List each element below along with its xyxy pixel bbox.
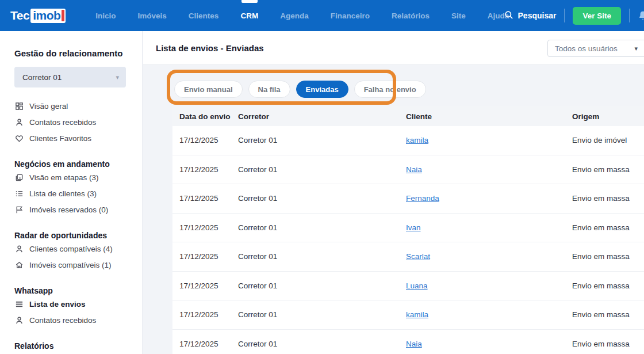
sidebar-group-relatorios: Relatórios: [14, 341, 142, 351]
tab-envio-manual[interactable]: Envio manual: [174, 81, 243, 98]
nav-item-imoveis[interactable]: Imóveis: [138, 0, 167, 31]
client-link[interactable]: Luana: [406, 281, 428, 290]
sidebar-item-lista-de-clientes[interactable]: Lista de clientes (3): [14, 185, 142, 201]
cell-broker: Corretor 01: [238, 194, 406, 203]
flag-icon: [14, 205, 24, 214]
client-link[interactable]: Fernanda: [406, 194, 439, 203]
column-header-client: Cliente: [406, 112, 572, 121]
sidebar-item-imoveis-reservados[interactable]: Imóveis reservados (0): [14, 201, 142, 218]
cell-origin: Envio em massa: [572, 165, 644, 174]
heart-icon: [14, 134, 24, 143]
sidebar-item-contatos-recebidos[interactable]: Contatos recebidos: [14, 114, 142, 130]
sidebar-heading-whatsapp: Whatsapp: [14, 286, 142, 296]
sidebar-item-clientes-compativeis[interactable]: Clientes compatíveis (4): [14, 241, 142, 257]
cell-date: 17/12/2025: [179, 223, 238, 232]
status-filter-tabs: Envio manual Na fila Enviadas Falha no e…: [174, 81, 426, 98]
sidebar-group-whatsapp: Whatsapp Lista de envios Contatos recebi…: [14, 286, 142, 328]
cell-origin: Envio em massa: [572, 310, 644, 319]
sidebar-item-contatos-recebidos-whatsapp[interactable]: Contatos recebidos: [14, 312, 142, 328]
cell-date: 17/12/2025: [179, 281, 238, 290]
stack-icon: [14, 173, 24, 182]
search-icon: [504, 10, 513, 21]
cell-origin: Envio em massa: [572, 223, 644, 232]
person-icon: [14, 315, 24, 325]
sidebar-item-clientes-favoritos[interactable]: Clientes Favoritos: [14, 130, 142, 146]
nav-divider: [629, 9, 630, 22]
tecimob-logo[interactable]: Tec imob: [10, 9, 66, 23]
person-icon: [14, 244, 24, 253]
nav-item-site[interactable]: Site: [451, 0, 466, 31]
table-row: 17/12/2025 Corretor 01 Ivan Envio em mas…: [172, 214, 644, 243]
cell-origin: Envio em massa: [572, 194, 644, 203]
client-link[interactable]: Ivan: [406, 223, 421, 232]
logo-red-stripe: [62, 10, 64, 21]
cell-broker: Corretor 01: [238, 310, 406, 319]
nav-right-cluster: Pesquisar Ver Site: [504, 0, 644, 31]
logo-text-box: imob: [33, 9, 60, 22]
tab-falha-no-envio[interactable]: Falha no envio: [354, 81, 426, 98]
sidebar-heading-relatorios: Relatórios: [14, 341, 142, 351]
cell-origin: Envio em massa: [572, 252, 644, 261]
top-navigation-bar: Tec imob Inicio Imóveis Clientes CRM Age…: [0, 0, 644, 31]
menu-icon: [14, 299, 24, 309]
logo-text-prefix: Tec: [10, 9, 29, 22]
chevron-down-icon: ▾: [116, 74, 119, 81]
client-link[interactable]: kamila: [406, 310, 428, 319]
column-header-broker: Corretor: [238, 112, 406, 121]
column-header-origin: Origem: [572, 112, 644, 121]
active-tab-indicator: [241, 0, 258, 3]
client-link[interactable]: Naia: [406, 165, 422, 174]
broker-select[interactable]: Corretor 01 ▾: [14, 67, 126, 87]
user-filter-select[interactable]: Todos os usuários ▾: [547, 40, 644, 57]
search-label: Pesquisar: [518, 11, 557, 20]
nav-item-financeiro[interactable]: Financeiro: [331, 0, 370, 31]
sidebar-title: Gestão do relacionamento: [14, 48, 142, 59]
sidebar: Gestão do relacionamento Corretor 01 ▾ V…: [0, 31, 143, 354]
table-header-row: Data do envio Corretor Cliente Origem: [172, 106, 644, 126]
search-button[interactable]: Pesquisar: [504, 10, 557, 21]
logo-box: imob: [30, 9, 66, 23]
grid-icon: [14, 101, 24, 111]
main-menu: Inicio Imóveis Clientes CRM Agenda Finan…: [95, 0, 509, 31]
cell-date: 17/12/2025: [179, 252, 238, 261]
nav-item-clientes[interactable]: Clientes: [189, 0, 219, 31]
table-row: 17/12/2025 Corretor 01 Naia Envio em mas…: [172, 155, 644, 185]
cell-broker: Corretor 01: [238, 340, 406, 348]
client-link[interactable]: Scarlat: [406, 252, 430, 261]
content-header: Lista de envios - Enviadas Todos os usuá…: [143, 31, 644, 65]
nav-item-inicio[interactable]: Inicio: [95, 0, 116, 31]
sidebar-item-imoveis-compativeis[interactable]: Imóveis compatíveis (1): [14, 257, 142, 273]
cell-origin: Envio em massa: [572, 281, 644, 290]
cell-broker: Corretor 01: [238, 136, 406, 144]
cell-broker: Corretor 01: [238, 281, 406, 290]
tab-enviadas[interactable]: Enviadas: [296, 81, 348, 98]
nav-item-relatorios[interactable]: Relatórios: [392, 0, 430, 31]
user-filter-value: Todos os usuários: [555, 44, 618, 53]
cell-origin: Envio de imóvel: [572, 136, 644, 144]
ver-site-button[interactable]: Ver Site: [573, 7, 621, 25]
tab-na-fila[interactable]: Na fila: [248, 81, 290, 98]
notifications-bell-icon[interactable]: [638, 10, 644, 21]
table-row: 17/12/2025 Corretor 01 Luana Envio em ma…: [172, 272, 644, 301]
sidebar-item-visao-geral[interactable]: Visão geral: [14, 98, 142, 114]
table-row: 17/12/2025 Corretor 01 Fernanda Envio em…: [172, 184, 644, 214]
chevron-down-icon: ▾: [634, 45, 638, 52]
cell-date: 17/12/2025: [179, 340, 238, 348]
table-row: 17/12/2025 Corretor 01 kamila Envio em m…: [172, 300, 644, 330]
client-link[interactable]: kamila: [406, 136, 428, 144]
home-icon: [14, 260, 24, 269]
list-icon: [14, 189, 24, 198]
cell-broker: Corretor 01: [238, 223, 406, 232]
cell-date: 17/12/2025: [179, 165, 238, 174]
sidebar-item-lista-de-envios[interactable]: Lista de envios: [14, 296, 142, 312]
sidebar-item-visao-em-etapas[interactable]: Visão em etapas (3): [14, 169, 142, 185]
page-title: Lista de envios - Enviadas: [156, 43, 264, 53]
broker-select-value: Corretor 01: [22, 73, 62, 82]
column-header-date: Data do envio: [179, 112, 238, 121]
sidebar-heading-radar: Radar de oportunidades: [14, 230, 142, 241]
nav-item-agenda[interactable]: Agenda: [280, 0, 309, 31]
client-link[interactable]: Naia: [406, 340, 422, 348]
sidebar-heading-negocios: Negócios em andamento: [14, 159, 142, 169]
nav-item-crm[interactable]: CRM: [240, 0, 258, 31]
table-row: 17/12/2025 Corretor 01 Scarlat Envio em …: [172, 242, 644, 272]
